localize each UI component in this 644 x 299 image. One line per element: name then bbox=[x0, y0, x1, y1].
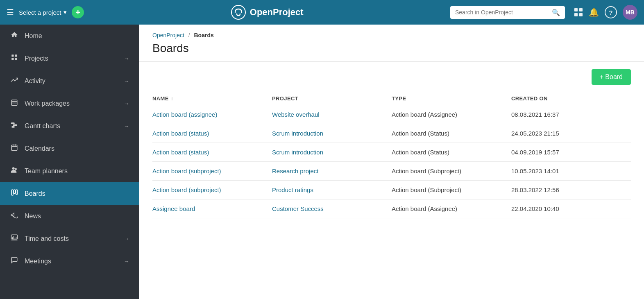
svg-marker-24 bbox=[11, 213, 14, 217]
board-type: Action board (Subproject) bbox=[392, 186, 511, 193]
col-header-name[interactable]: NAME↑ bbox=[152, 95, 272, 102]
col-header-project: PROJECT bbox=[272, 95, 392, 102]
top-nav: ☰ Select a project ▾ + OpenProject 🔍 🔔 ?… bbox=[0, 0, 644, 25]
meetings-icon bbox=[10, 256, 19, 266]
table-row: Action board (subproject)Research projec… bbox=[152, 162, 631, 181]
board-name-link[interactable]: Action board (subproject) bbox=[152, 168, 272, 174]
svg-rect-13 bbox=[13, 125, 17, 125]
breadcrumb-current: Boards bbox=[194, 32, 214, 39]
svg-rect-14 bbox=[12, 127, 14, 127]
board-name-link[interactable]: Action board (status) bbox=[152, 149, 272, 156]
svg-rect-2 bbox=[579, 8, 583, 11]
board-type: Action board (Assignee) bbox=[392, 205, 511, 212]
svg-rect-23 bbox=[16, 190, 18, 194]
sidebar-item-news[interactable]: News bbox=[0, 205, 139, 227]
board-created-on: 04.09.2019 15:57 bbox=[511, 149, 631, 156]
sidebar-item-work-packages[interactable]: Work packages→ bbox=[0, 92, 139, 115]
main-layout: HomeProjects→Activity→Work packages→Gant… bbox=[0, 25, 644, 299]
sidebar-item-label-time-and-costs: Time and costs bbox=[25, 235, 118, 242]
boards-table: NAME↑PROJECTTYPECREATED ON Action board … bbox=[139, 92, 644, 299]
logo-area: OpenProject bbox=[89, 5, 445, 20]
sidebar-item-home[interactable]: Home bbox=[0, 25, 139, 47]
table-row: Action board (assignee)Website overhaulA… bbox=[152, 105, 631, 124]
sidebar-item-arrow-work-packages: → bbox=[124, 100, 129, 107]
logo-text: OpenProject bbox=[250, 7, 304, 18]
board-project-link[interactable]: Product ratings bbox=[272, 186, 392, 193]
news-icon bbox=[10, 211, 19, 221]
add-board-button[interactable]: + Board bbox=[592, 69, 631, 85]
svg-rect-22 bbox=[14, 190, 16, 193]
board-name-link[interactable]: Action board (assignee) bbox=[152, 111, 272, 118]
board-name-link[interactable]: Assignee board bbox=[152, 205, 272, 212]
svg-point-20 bbox=[15, 168, 17, 170]
board-created-on: 24.05.2023 21:15 bbox=[511, 130, 631, 137]
sidebar-item-gantt-charts[interactable]: Gantt charts→ bbox=[0, 115, 139, 137]
sidebar-item-team-planners[interactable]: Team planners bbox=[0, 160, 139, 182]
sidebar-item-arrow-meetings: → bbox=[124, 258, 129, 265]
project-select-arrow: ▾ bbox=[63, 9, 67, 16]
svg-rect-12 bbox=[11, 123, 15, 124]
modules-icon[interactable] bbox=[574, 8, 583, 17]
calendars-icon bbox=[10, 144, 19, 153]
board-type: Action board (Status) bbox=[392, 130, 511, 137]
board-project-link[interactable]: Research project bbox=[272, 168, 392, 174]
board-project-link[interactable]: Customer Success bbox=[272, 205, 392, 212]
notifications-icon[interactable]: 🔔 bbox=[589, 7, 599, 17]
board-created-on: 28.03.2022 12:56 bbox=[511, 186, 631, 193]
board-type: Action board (Status) bbox=[392, 149, 511, 156]
table-row: Assignee boardCustomer SuccessAction boa… bbox=[152, 199, 631, 218]
search-icon: 🔍 bbox=[552, 9, 560, 16]
sidebar-item-arrow-activity: → bbox=[124, 78, 129, 84]
sidebar-item-boards[interactable]: Boards bbox=[0, 182, 139, 205]
sidebar-item-label-home: Home bbox=[25, 32, 129, 40]
content-area: OpenProject / Boards Boards + Board NAME… bbox=[139, 25, 644, 299]
home-icon bbox=[10, 31, 19, 41]
avatar[interactable]: MB bbox=[623, 5, 637, 20]
sidebar-item-projects[interactable]: Projects→ bbox=[0, 47, 139, 70]
board-type: Action board (Subproject) bbox=[392, 168, 511, 174]
svg-point-19 bbox=[12, 167, 15, 170]
svg-rect-7 bbox=[11, 58, 14, 60]
sidebar-item-label-calendars: Calendars bbox=[25, 145, 129, 152]
board-project-link[interactable]: Scrum introduction bbox=[272, 130, 392, 137]
sidebar-item-label-meetings: Meetings bbox=[25, 258, 118, 265]
board-type: Action board (Assignee) bbox=[392, 111, 511, 118]
toolbar: + Board bbox=[139, 62, 644, 92]
board-name-link[interactable]: Action board (subproject) bbox=[152, 186, 272, 193]
breadcrumb-parent[interactable]: OpenProject bbox=[152, 32, 184, 39]
table-header: NAME↑PROJECTTYPECREATED ON bbox=[152, 92, 631, 105]
page-title: Boards bbox=[139, 40, 644, 62]
svg-rect-15 bbox=[11, 145, 17, 151]
svg-rect-1 bbox=[574, 8, 578, 11]
table-row: Action board (subproject)Product ratings… bbox=[152, 181, 631, 199]
sidebar-item-time-and-costs[interactable]: Time and costs→ bbox=[0, 227, 139, 250]
sidebar-item-activity[interactable]: Activity→ bbox=[0, 70, 139, 92]
sidebar-item-arrow-time-and-costs: → bbox=[124, 236, 129, 242]
team-planners-icon bbox=[10, 166, 19, 176]
board-created-on: 22.04.2020 10:40 bbox=[511, 205, 631, 212]
sidebar-item-calendars[interactable]: Calendars bbox=[0, 137, 139, 160]
table-body: Action board (assignee)Website overhaulA… bbox=[152, 105, 631, 218]
svg-rect-5 bbox=[11, 54, 14, 57]
help-icon[interactable]: ? bbox=[605, 6, 617, 18]
col-header-created_on: CREATED ON bbox=[511, 95, 631, 102]
board-project-link[interactable]: Scrum introduction bbox=[272, 149, 392, 156]
sidebar-item-label-team-planners: Team planners bbox=[25, 168, 129, 175]
sidebar: HomeProjects→Activity→Work packages→Gant… bbox=[0, 25, 139, 299]
gantt-charts-icon bbox=[10, 121, 19, 131]
board-name-link[interactable]: Action board (status) bbox=[152, 130, 272, 137]
breadcrumb-separator: / bbox=[188, 32, 190, 39]
sidebar-item-arrow-projects: → bbox=[124, 55, 129, 62]
sidebar-item-label-activity: Activity bbox=[25, 77, 118, 85]
hamburger-icon[interactable]: ☰ bbox=[7, 7, 14, 17]
add-project-button[interactable]: + bbox=[72, 6, 84, 18]
board-created-on: 10.05.2023 14:01 bbox=[511, 168, 631, 174]
board-project-link[interactable]: Website overhaul bbox=[272, 111, 392, 118]
breadcrumb: OpenProject / Boards bbox=[139, 25, 644, 40]
search-input[interactable] bbox=[455, 9, 549, 16]
search-box[interactable]: 🔍 bbox=[450, 6, 565, 19]
table-row: Action board (status)Scrum introductionA… bbox=[152, 143, 631, 162]
projects-icon bbox=[10, 54, 19, 63]
project-select[interactable]: Select a project ▾ bbox=[19, 9, 67, 16]
sidebar-item-meetings[interactable]: Meetings→ bbox=[0, 250, 139, 272]
